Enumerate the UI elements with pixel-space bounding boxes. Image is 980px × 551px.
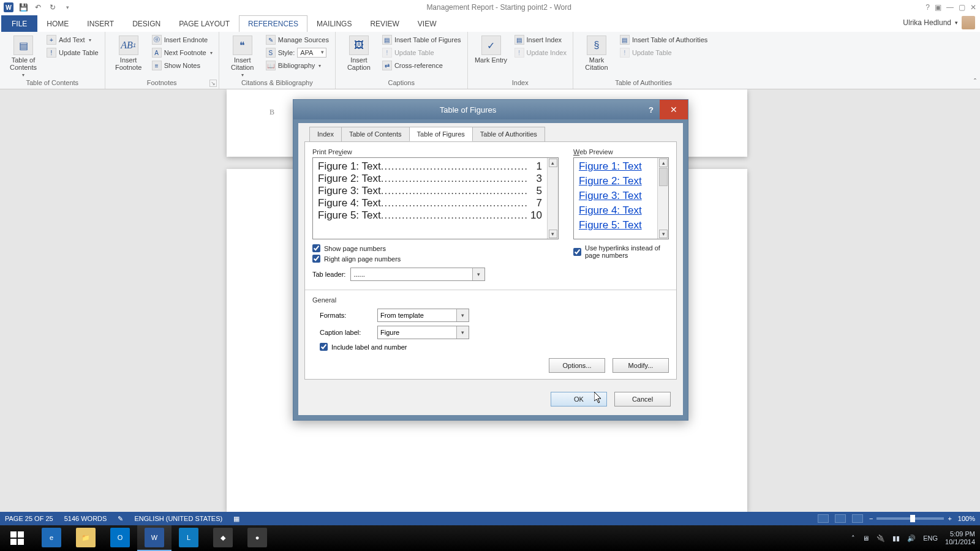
citation-icon: ❝ — [233, 36, 252, 55]
taskbar-outlook[interactable]: O — [103, 525, 137, 551]
add-text-button[interactable]: +Add Text▾ — [45, 34, 100, 45]
tab-page-layout[interactable]: PAGE LAYOUT — [170, 15, 239, 32]
tab-view[interactable]: VIEW — [409, 15, 446, 32]
tab-file[interactable]: FILE — [1, 15, 37, 32]
bibliography-button[interactable]: 📖Bibliography▾ — [265, 60, 330, 71]
update-tof-button[interactable]: !Update Table — [381, 47, 462, 58]
tray-power-icon[interactable]: 🔌 — [876, 534, 885, 542]
tray-network-icon[interactable]: ▮▮ — [892, 534, 900, 542]
insert-table-of-figures-button[interactable]: ▤Insert Table of Figures — [381, 34, 462, 45]
insert-caption-button[interactable]: 🖼 Insert Caption — [341, 34, 377, 71]
manage-sources-button[interactable]: ✎Manage Sources — [265, 34, 330, 45]
taskbar-ie[interactable]: e — [34, 525, 69, 551]
dialog-tab-toc[interactable]: Table of Contents — [341, 127, 410, 141]
scroll-up-icon[interactable]: ▴ — [549, 159, 557, 167]
taskbar-app-1[interactable]: ◆ — [206, 525, 240, 551]
zoom-in-icon[interactable]: + — [948, 515, 951, 522]
spellcheck-icon[interactable]: ✎ — [118, 515, 123, 523]
help-icon[interactable]: ? — [925, 3, 930, 12]
citation-style-select[interactable]: SStyle: APA — [265, 47, 330, 58]
dialog-title-bar[interactable]: Table of Figures ? ✕ — [293, 100, 688, 119]
mark-citation-button[interactable]: § Mark Citation — [578, 34, 615, 71]
web-preview-scrollbar[interactable]: ▴ ▾ — [657, 158, 668, 239]
include-label-checkbox[interactable]: Include label and number — [320, 343, 407, 351]
update-index-button[interactable]: !Update Index — [513, 47, 568, 58]
show-page-numbers-checkbox[interactable]: Show page numbers — [312, 244, 559, 252]
taskbar-word[interactable]: W — [137, 525, 172, 551]
taskbar-explorer[interactable]: 📁 — [69, 525, 103, 551]
start-button[interactable] — [0, 525, 34, 551]
tray-up-icon[interactable]: ˄ — [851, 534, 855, 542]
tray-monitor-icon[interactable]: 🖥 — [862, 534, 869, 542]
ok-button[interactable]: OK — [551, 392, 607, 407]
cross-reference-button[interactable]: ⇄Cross-reference — [381, 60, 462, 71]
minimize-icon[interactable]: — — [946, 3, 954, 12]
next-footnote-button[interactable]: ANext Footnote▾ — [151, 47, 214, 58]
update-toa-button[interactable]: !Update Table — [619, 47, 709, 58]
tab-review[interactable]: REVIEW — [361, 15, 408, 32]
dialog-tab-toa[interactable]: Table of Authorities — [472, 127, 545, 141]
scroll-down-icon[interactable]: ▾ — [549, 230, 557, 238]
insert-toa-label: Insert Table of Authorities — [632, 36, 707, 43]
group-citations: ❝ Insert Citation ▾ ✎Manage Sources SSty… — [219, 32, 336, 89]
scroll-up-icon[interactable]: ▴ — [659, 159, 668, 167]
tray-volume-icon[interactable]: 🔊 — [907, 534, 916, 542]
account-user[interactable]: Ulrika Hedlund ▾ — [903, 16, 975, 29]
ribbon-display-icon[interactable]: ▣ — [935, 3, 941, 12]
show-notes-button[interactable]: ≡Show Notes — [151, 60, 214, 71]
insert-footnote-button[interactable]: AB1 Insert Footnote — [110, 34, 147, 71]
footnotes-launcher-icon[interactable]: ↘ — [209, 80, 217, 87]
tab-design[interactable]: DESIGN — [123, 15, 170, 32]
taskbar-app-2[interactable]: ● — [240, 525, 274, 551]
dialog-tab-tof[interactable]: Table of Figures — [409, 127, 473, 141]
page-indicator[interactable]: PAGE 25 OF 25 — [5, 515, 53, 522]
tab-insert[interactable]: INSERT — [78, 15, 123, 32]
insert-toa-button[interactable]: ▤Insert Table of Authorities — [619, 34, 709, 45]
redo-icon[interactable]: ↻ — [48, 2, 58, 12]
zoom-slider[interactable]: − + — [869, 515, 952, 522]
tray-clock[interactable]: 5:09 PM 10/1/2014 — [945, 530, 975, 546]
tray-language[interactable]: ENG — [923, 534, 938, 542]
taskbar-lync[interactable]: L — [172, 525, 206, 551]
scroll-down-icon[interactable]: ▾ — [659, 230, 668, 238]
language-indicator[interactable]: ENGLISH (UNITED STATES) — [134, 515, 222, 522]
close-window-icon[interactable]: ✕ — [970, 3, 976, 12]
tab-references[interactable]: REFERENCES — [239, 15, 307, 32]
cancel-button[interactable]: Cancel — [614, 392, 671, 407]
print-preview-scrollbar[interactable]: ▴ ▾ — [547, 158, 558, 239]
read-mode-icon[interactable] — [818, 514, 829, 523]
collapse-ribbon-icon[interactable]: ˆ — [974, 78, 976, 86]
tab-home[interactable]: HOME — [37, 15, 78, 32]
insert-endnote-button[interactable]: ⓔInsert Endnote — [151, 34, 214, 45]
update-toc-button[interactable]: !Update Table — [45, 47, 100, 58]
insert-index-button[interactable]: ▤Insert Index — [513, 34, 568, 45]
style-value[interactable]: APA — [297, 48, 326, 58]
zoom-level[interactable]: 100% — [958, 515, 975, 522]
word-count[interactable]: 5146 WORDS — [64, 515, 107, 522]
macro-indicator-icon[interactable]: ▦ — [233, 515, 239, 523]
undo-icon[interactable]: ↶ — [33, 2, 43, 12]
dialog-close-icon[interactable]: ✕ — [660, 100, 688, 119]
maximize-icon[interactable]: ▢ — [959, 3, 965, 12]
right-align-checkbox[interactable]: Right align page numbers — [312, 255, 559, 263]
modify-button[interactable]: Modify... — [612, 358, 669, 373]
web-layout-icon[interactable] — [852, 514, 863, 523]
scrollbar-thumb[interactable] — [659, 168, 668, 186]
group-table-of-authorities: § Mark Citation ▤Insert Table of Authori… — [573, 32, 714, 89]
save-icon[interactable]: 💾 — [18, 2, 28, 12]
options-button[interactable]: Options... — [549, 358, 605, 373]
formats-select[interactable]: From template ▾ — [377, 309, 469, 322]
mark-entry-button[interactable]: ✓ Mark Entry — [473, 34, 510, 64]
insert-citation-button[interactable]: ❝ Insert Citation ▾ — [224, 34, 261, 78]
manage-sources-icon: ✎ — [266, 35, 276, 45]
qat-customize-icon[interactable]: ▾ — [62, 2, 72, 12]
use-hyperlinks-checkbox[interactable]: Use hyperlinks instead of page numbers — [573, 244, 669, 259]
tab-mailings[interactable]: MAILINGS — [307, 15, 361, 32]
dialog-help-icon[interactable]: ? — [643, 105, 660, 114]
print-layout-icon[interactable] — [835, 514, 846, 523]
zoom-out-icon[interactable]: − — [869, 515, 873, 522]
caption-label-select[interactable]: Figure ▾ — [377, 326, 469, 339]
dialog-tab-index[interactable]: Index — [309, 127, 342, 141]
tab-leader-select[interactable]: ...... ▾ — [350, 268, 485, 281]
table-of-contents-button[interactable]: ▤ Table of Contents ▾ — [5, 34, 42, 78]
